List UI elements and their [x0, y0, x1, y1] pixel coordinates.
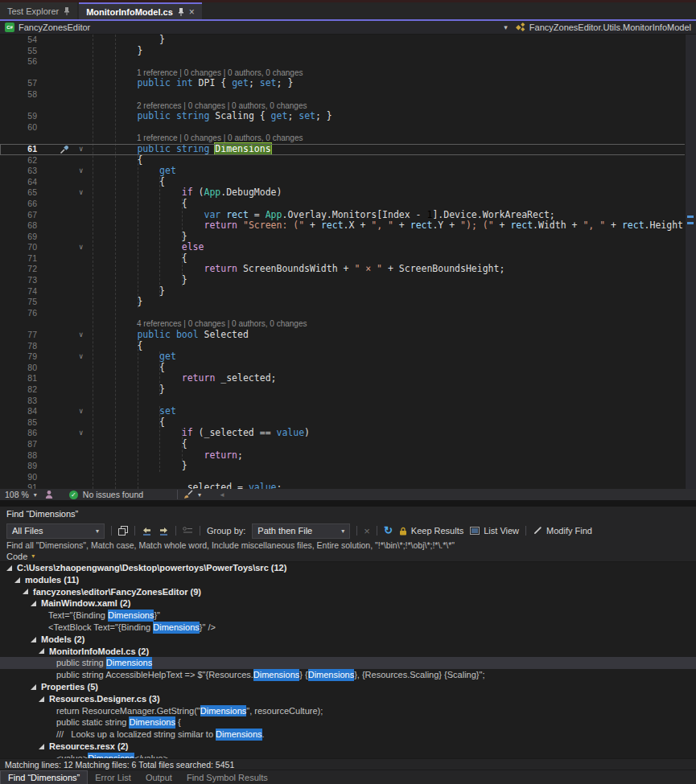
codelens-line[interactable]: 2 references | 0 changes | 0 authors, 0 … — [0, 101, 686, 112]
code-line[interactable]: 86∨ if (_selected == value) — [0, 428, 686, 439]
code-line[interactable]: 67 var rect = App.Overlay.Monitors[Index… — [0, 210, 686, 221]
code-line[interactable]: 88 return; — [0, 450, 686, 462]
live-share-icon[interactable] — [45, 490, 53, 499]
codelens-line[interactable]: 1 reference | 0 changes | 0 authors, 0 c… — [0, 68, 686, 79]
code-line[interactable]: 55 } — [0, 46, 686, 57]
expand-triangle-icon[interactable] — [39, 648, 44, 654]
find-result-node[interactable]: Properties (5) — [0, 681, 696, 693]
code-line[interactable]: 65∨ if (App.DebugMode) — [0, 187, 686, 199]
find-result-node[interactable]: fancyzones\editor\FancyZonesEditor (9) — [0, 586, 696, 598]
code-line[interactable]: 69 } — [0, 232, 686, 243]
modify-find-button[interactable]: Modify Find — [533, 526, 592, 536]
code-line[interactable]: 81 return _selected; — [0, 373, 686, 384]
breadcrumb-project[interactable]: FancyZonesEditor — [19, 23, 90, 32]
chevron-down-icon[interactable]: ▾ — [504, 23, 508, 31]
code-line[interactable]: 77∨ public bool Selected — [0, 330, 686, 341]
expand-triangle-icon[interactable] — [23, 589, 28, 594]
panel-tab-error-list[interactable]: Error List — [88, 770, 138, 784]
fold-chevron-icon[interactable]: ∨ — [79, 351, 83, 363]
find-result-node[interactable]: Models (2) — [0, 634, 696, 646]
list-view-button[interactable]: List View — [470, 526, 519, 536]
code-line[interactable]: 83 — [0, 396, 686, 407]
code-line[interactable]: 78 { — [0, 341, 686, 352]
code-line[interactable]: 68 return "Screen: (" + rect.X + ", " + … — [0, 220, 686, 232]
copy-results-icon[interactable] — [118, 526, 128, 536]
codelens-text[interactable]: 1 reference | 0 changes | 0 authors, 0 c… — [137, 133, 303, 144]
vertical-scrollbar[interactable] — [685, 35, 696, 489]
find-result-match[interactable]: <TextBlock Text="{Binding Dimensions}" /… — [0, 622, 696, 634]
stop-search-icon[interactable]: × — [364, 525, 370, 537]
expand-triangle-icon[interactable] — [39, 744, 44, 749]
find-result-node[interactable]: MonitorInfoModel.cs (2) — [0, 646, 696, 658]
fold-chevron-icon[interactable]: ∨ — [79, 406, 83, 417]
panel-tab-output[interactable]: Output — [138, 770, 179, 784]
code-line[interactable]: 87 { — [0, 439, 686, 450]
fold-chevron-icon[interactable]: ∨ — [79, 187, 83, 199]
code-filter-dropdown[interactable]: Code ▾ — [0, 551, 696, 562]
code-line[interactable]: 57 public int DPI { get; set; } — [0, 78, 686, 89]
codelens-line[interactable]: 1 reference | 0 changes | 0 authors, 0 c… — [0, 133, 686, 144]
find-result-match[interactable]: <value>Dimensions</value> — [0, 753, 696, 758]
tab-monitorinfomodel[interactable]: MonitorInfoModel.cs × — [79, 2, 202, 19]
close-icon[interactable]: × — [189, 8, 195, 16]
code-line[interactable]: 58 — [0, 89, 686, 101]
expand-triangle-icon[interactable] — [31, 601, 36, 606]
expand-triangle-icon[interactable] — [31, 684, 36, 690]
zoom-level[interactable]: 108 % — [5, 490, 29, 499]
pin-icon[interactable] — [64, 7, 70, 15]
find-result-match[interactable]: public string AccessibleHelpText => $"{R… — [0, 669, 696, 681]
refresh-search-icon[interactable]: ↻ — [384, 526, 393, 536]
broom-caret-icon[interactable]: ▾ — [198, 491, 201, 499]
code-line[interactable]: 74 } — [0, 286, 686, 298]
panel-tab-find-dimensions[interactable]: Find “Dimensions” — [0, 770, 88, 784]
find-result-node[interactable]: modules (11) — [0, 574, 696, 586]
hscroll-left-arrow-icon[interactable]: ◄ — [219, 491, 225, 499]
keep-results-button[interactable]: Keep Results — [399, 526, 463, 536]
code-editor[interactable]: 54 }55 }561 reference | 0 changes | 0 au… — [0, 35, 696, 489]
code-line[interactable]: 91 _selected = value; — [0, 482, 686, 489]
find-result-match[interactable]: Text="{Binding Dimensions}" — [0, 610, 696, 622]
find-result-match[interactable]: public string Dimensions — [0, 657, 696, 669]
code-line[interactable]: 56 — [0, 56, 686, 68]
panel-splitter[interactable] — [0, 500, 696, 507]
preserve-options-icon[interactable] — [183, 527, 193, 535]
code-line[interactable]: 84∨ set — [0, 406, 686, 417]
codelens-text[interactable]: 1 reference | 0 changes | 0 authors, 0 c… — [137, 68, 303, 79]
fold-chevron-icon[interactable]: ∨ — [79, 428, 83, 439]
code-line[interactable]: 85 { — [0, 417, 686, 429]
codelens-text[interactable]: 2 references | 0 changes | 0 authors, 0 … — [137, 101, 307, 112]
code-line[interactable]: 64 { — [0, 177, 686, 188]
code-line[interactable]: 62 { — [0, 155, 686, 166]
code-line[interactable]: 82 } — [0, 384, 686, 396]
code-line[interactable]: 59 public string Scaling { get; set; } — [0, 111, 686, 122]
code-line[interactable]: 76 — [0, 308, 686, 319]
pin-icon[interactable] — [178, 8, 184, 16]
find-result-match[interactable]: /// Looks up a localized string similar … — [0, 729, 696, 741]
find-result-node[interactable]: Resources.resx (2) — [0, 741, 696, 753]
code-line[interactable]: 90 — [0, 472, 686, 483]
group-by-combobox[interactable]: Path then File ▾ — [252, 523, 350, 539]
previous-location-icon[interactable] — [142, 527, 152, 536]
code-line[interactable]: 61∨ public string Dimensions — [0, 144, 686, 155]
fold-chevron-icon[interactable]: ∨ — [79, 144, 83, 155]
code-line[interactable]: 70∨ else — [0, 242, 686, 253]
fold-chevron-icon[interactable]: ∨ — [79, 330, 83, 341]
find-result-node[interactable]: C:\Users\zhaopengwang\Desktop\powertoys\… — [0, 562, 696, 574]
tab-test-explorer[interactable]: Test Explorer — [0, 2, 77, 19]
code-line[interactable]: 66 { — [0, 199, 686, 210]
find-result-node[interactable]: Resources.Designer.cs (3) — [0, 693, 696, 705]
find-result-match[interactable]: public static string Dimensions { — [0, 716, 696, 729]
expand-triangle-icon[interactable] — [6, 565, 12, 571]
fold-chevron-icon[interactable]: ∨ — [79, 242, 83, 253]
code-line[interactable]: 73 } — [0, 275, 686, 286]
expand-triangle-icon[interactable] — [39, 696, 44, 702]
code-line[interactable]: 71 { — [0, 253, 686, 265]
code-line[interactable]: 54 } — [0, 35, 686, 46]
fold-chevron-icon[interactable]: ∨ — [79, 166, 83, 177]
code-line[interactable]: 72 return ScreenBoundsWidth + " × " + Sc… — [0, 264, 686, 275]
next-location-icon[interactable] — [159, 527, 169, 536]
code-line[interactable]: 60 — [0, 122, 686, 133]
expand-triangle-icon[interactable] — [14, 577, 20, 583]
find-result-match[interactable]: return ResourceManager.GetString("Dimens… — [0, 705, 696, 717]
find-result-node[interactable]: MainWindow.xaml (2) — [0, 597, 696, 610]
